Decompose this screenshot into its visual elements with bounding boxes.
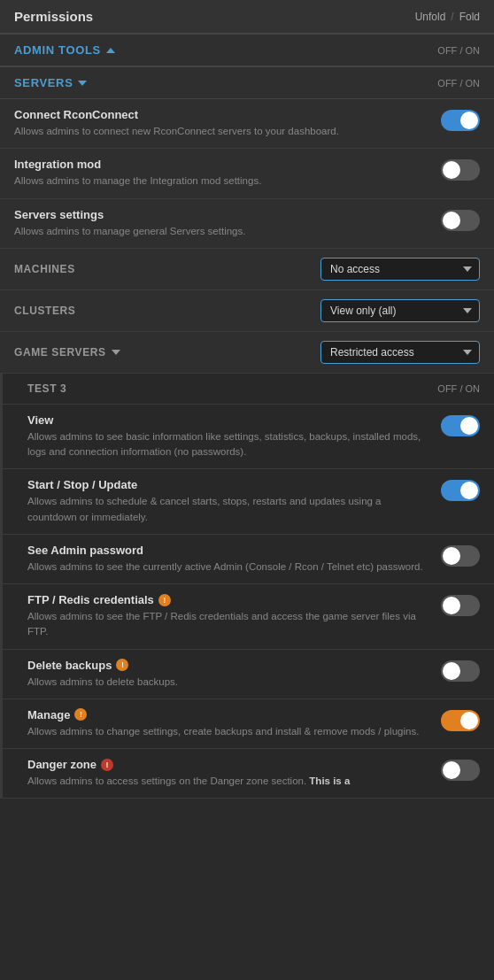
delete-backups-text: Delete backups ! Allows admins to delete… (27, 659, 430, 690)
page-title: Permissions (14, 9, 93, 24)
header: Permissions Unfold / Fold (0, 0, 494, 34)
manage-text: Manage ! Allows admins to change setting… (27, 708, 430, 739)
see-admin-password-row: See Admin password Allows admins to see … (3, 535, 494, 584)
servers-chevron-down-icon (78, 81, 87, 86)
connect-rconconnect-text: Connect RconConnect Allows admins to con… (14, 108, 430, 139)
servers-off-on: OFF / ON (437, 78, 480, 89)
clusters-label: CLUSTERS (14, 305, 75, 317)
servers-settings-text: Servers settings Allows admins to manage… (14, 208, 430, 239)
danger-zone-text: Danger zone ! Allows admins to access se… (27, 758, 430, 789)
header-divider: / (451, 11, 453, 23)
ftp-redis-text: FTP / Redis credentials ! Allows admins … (27, 593, 430, 640)
see-admin-password-label: See Admin password (27, 544, 430, 557)
view-text: View Allows admins to see basic informat… (27, 413, 430, 460)
start-stop-update-text: Start / Stop / Update Allows admins to s… (27, 478, 430, 525)
view-label: View (27, 413, 430, 427)
admin-tools-title: ADMIN TOOLS (14, 43, 115, 57)
integration-mod-toggle[interactable] (441, 159, 480, 183)
ftp-redis-label: FTP / Redis credentials ! (27, 593, 430, 606)
see-admin-password-desc: Allows admins to see the currently activ… (27, 559, 430, 575)
ftp-redis-toggle[interactable] (441, 595, 480, 619)
servers-settings-row: Servers settings Allows admins to manage… (0, 199, 494, 249)
start-stop-update-toggle[interactable] (441, 480, 480, 504)
connect-rconconnect-row: Connect RconConnect Allows admins to con… (0, 99, 494, 149)
integration-mod-row: Integration mod Allows admins to manage … (0, 149, 494, 198)
test3-section: TEST 3 OFF / ON View Allows admins to se… (0, 374, 494, 799)
delete-backups-row: Delete backups ! Allows admins to delete… (3, 650, 494, 699)
servers-settings-toggle[interactable] (441, 210, 480, 234)
danger-zone-label: Danger zone ! (27, 758, 430, 771)
integration-mod-text: Integration mod Allows admins to manage … (14, 158, 430, 189)
view-toggle[interactable] (441, 415, 480, 439)
servers-settings-desc: Allows admins to manage general Servers … (14, 224, 430, 239)
danger-zone-row: Danger zone ! Allows admins to access se… (3, 749, 494, 799)
see-admin-password-toggle[interactable] (441, 545, 480, 569)
manage-info-icon[interactable]: ! (74, 708, 87, 721)
start-stop-update-row: Start / Stop / Update Allows admins to s… (3, 469, 494, 535)
servers-section-header[interactable]: SERVERS OFF / ON (0, 66, 494, 99)
machines-row: MACHINES No access View only (all) Restr… (0, 249, 494, 290)
manage-label: Manage ! (27, 708, 430, 721)
ftp-redis-info-icon[interactable]: ! (158, 594, 171, 606)
manage-row: Manage ! Allows admins to change setting… (3, 699, 494, 749)
start-stop-update-desc: Allows admins to schedule & cancel start… (27, 494, 430, 525)
clusters-row: CLUSTERS No access View only (all) Restr… (0, 290, 494, 332)
manage-toggle[interactable] (441, 710, 480, 734)
delete-backups-desc: Allows admins to delete backups. (27, 675, 430, 690)
danger-zone-toggle[interactable] (441, 760, 480, 783)
danger-zone-desc: Allows admins to access settings on the … (27, 774, 430, 789)
header-actions: Unfold / Fold (415, 11, 480, 23)
delete-backups-info-icon[interactable]: ! (116, 659, 128, 671)
game-servers-select[interactable]: No access View only (all) Restricted acc… (320, 341, 480, 364)
clusters-select[interactable]: No access View only (all) Restricted acc… (320, 299, 480, 322)
servers-title: SERVERS (14, 76, 87, 89)
view-desc: Allows admins to see basic information l… (27, 429, 430, 460)
integration-mod-desc: Allows admins to manage the Integration … (14, 174, 430, 189)
see-admin-password-text: See Admin password Allows admins to see … (27, 544, 430, 575)
connect-rconconnect-label: Connect RconConnect (14, 108, 430, 121)
admin-tools-off-on: OFF / ON (437, 45, 480, 56)
page-wrapper: Permissions Unfold / Fold ADMIN TOOLS OF… (0, 0, 494, 799)
test3-off-on: OFF / ON (437, 383, 480, 394)
integration-mod-label: Integration mod (14, 158, 430, 171)
servers-settings-label: Servers settings (14, 208, 430, 221)
ftp-redis-row: FTP / Redis credentials ! Allows admins … (3, 584, 494, 650)
delete-backups-toggle[interactable] (441, 660, 480, 684)
game-servers-label: GAME SERVERS (14, 346, 106, 359)
start-stop-update-label: Start / Stop / Update (27, 478, 430, 491)
unfold-button[interactable]: Unfold (415, 11, 446, 23)
machines-select[interactable]: No access View only (all) Restricted acc… (320, 258, 480, 281)
manage-desc: Allows admins to change settings, create… (27, 724, 430, 739)
game-servers-row: GAME SERVERS No access View only (all) R… (0, 332, 494, 374)
connect-rconconnect-desc: Allows admins to connect new RconConnect… (14, 124, 430, 139)
view-row: View Allows admins to see basic informat… (3, 405, 494, 470)
fold-button[interactable]: Fold (459, 11, 480, 23)
ftp-redis-desc: Allows admins to see the FTP / Redis cre… (27, 609, 430, 640)
admin-tools-section[interactable]: ADMIN TOOLS OFF / ON (0, 34, 494, 66)
machines-label: MACHINES (14, 263, 75, 275)
delete-backups-label: Delete backups ! (27, 659, 430, 672)
test3-section-header: TEST 3 OFF / ON (3, 374, 494, 405)
test3-title: TEST 3 (27, 382, 66, 395)
danger-zone-info-icon[interactable]: ! (101, 759, 113, 771)
connect-rconconnect-toggle[interactable] (441, 110, 480, 134)
game-servers-chevron-down-icon (112, 350, 120, 355)
admin-tools-chevron-up-icon (106, 48, 115, 53)
